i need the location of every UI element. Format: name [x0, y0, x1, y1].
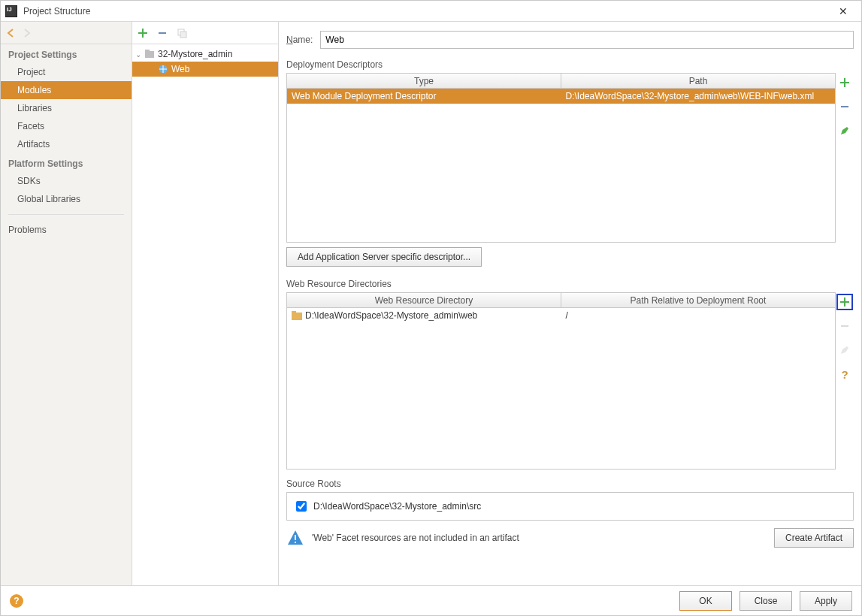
- deployment-descriptors-header: Type Path: [287, 74, 835, 89]
- add-icon[interactable]: [836, 74, 853, 91]
- col-web-resource-dir[interactable]: Web Resource Directory: [287, 293, 561, 307]
- svg-rect-5: [292, 313, 302, 320]
- web-resource-table-wrap: Web Resource Directory Path Relative to …: [286, 292, 854, 470]
- app-icon: [5, 5, 17, 17]
- add-app-server-descriptor-button[interactable]: Add Application Server specific descript…: [286, 247, 482, 267]
- chevron-down-icon[interactable]: ⌄: [134, 50, 143, 59]
- tree-row-web[interactable]: Web: [132, 62, 278, 77]
- svg-rect-8: [295, 542, 296, 543]
- deployment-descriptors-table[interactable]: Type Path Web Module Deployment Descript…: [286, 73, 836, 243]
- source-root-checkbox[interactable]: [296, 501, 307, 512]
- back-icon[interactable]: [5, 27, 17, 39]
- remove-icon[interactable]: [836, 318, 853, 334]
- table-row[interactable]: Web Module Deployment Descriptor D:\Idea…: [287, 89, 835, 104]
- cell-type: Web Module Deployment Descriptor: [287, 89, 561, 104]
- nav-buttons: [1, 22, 132, 44]
- sidebar-item-project[interactable]: Project: [1, 63, 132, 81]
- close-icon[interactable]: ✕: [830, 2, 857, 21]
- copy-icon[interactable]: [176, 27, 188, 39]
- module-tree-panel: ⌄ 32-Mystore_admin Web: [132, 22, 279, 585]
- forward-icon[interactable]: [20, 27, 32, 39]
- svg-rect-2: [145, 51, 154, 58]
- name-label: Name:: [286, 35, 313, 45]
- cell-dir: D:\IdeaWordSpace\32-Mystore_admin\web: [287, 308, 561, 323]
- apply-button[interactable]: Apply: [800, 591, 852, 611]
- warning-row: 'Web' Facet resources are not included i…: [286, 528, 854, 548]
- resource-tools: ?: [836, 292, 854, 470]
- sidebar-item-global-libraries[interactable]: Global Libraries: [1, 190, 132, 208]
- main-panel: Name: Deployment Descriptors Type Path W…: [279, 22, 861, 585]
- window-title: Project Structure: [23, 6, 830, 17]
- warning-icon: [286, 529, 304, 547]
- module-tree[interactable]: ⌄ 32-Mystore_admin Web: [132, 44, 278, 585]
- col-path-relative[interactable]: Path Relative to Deployment Root: [561, 293, 835, 307]
- deployment-descriptors-label: Deployment Descriptors: [286, 59, 854, 70]
- edit-icon[interactable]: [836, 342, 853, 358]
- web-resource-dirs-label: Web Resource Directories: [286, 279, 854, 289]
- descriptors-tools: [836, 73, 854, 243]
- ok-button[interactable]: OK: [679, 591, 732, 611]
- sidebar-item-problems[interactable]: Problems: [1, 221, 132, 239]
- module-icon: [144, 49, 155, 59]
- sidebar-separator: [8, 214, 124, 215]
- folder-icon: [292, 311, 302, 320]
- source-roots-box: D:\IdeaWordSpace\32-Mystore_admin\src: [286, 492, 854, 521]
- close-button[interactable]: Close: [740, 591, 792, 611]
- web-resource-table[interactable]: Web Resource Directory Path Relative to …: [286, 292, 836, 470]
- warning-message: 'Web' Facet resources are not included i…: [312, 533, 767, 543]
- col-type[interactable]: Type: [287, 74, 561, 88]
- titlebar: Project Structure ✕: [1, 1, 861, 22]
- table-row[interactable]: D:\IdeaWordSpace\32-Mystore_admin\web /: [287, 308, 835, 323]
- sidebar-heading-project: Project Settings: [1, 44, 132, 63]
- sidebar-item-libraries[interactable]: Libraries: [1, 99, 132, 117]
- source-root-path: D:\IdeaWordSpace\32-Mystore_admin\src: [313, 501, 481, 512]
- tree-row-root[interactable]: ⌄ 32-Mystore_admin: [132, 47, 278, 62]
- sidebar-item-sdks[interactable]: SDKs: [1, 172, 132, 190]
- svg-rect-1: [180, 32, 186, 38]
- cell-path: D:\IdeaWordSpace\32-Mystore_admin\web\WE…: [561, 89, 836, 104]
- svg-rect-3: [145, 50, 150, 52]
- add-icon[interactable]: [137, 27, 149, 39]
- col-path[interactable]: Path: [561, 74, 835, 88]
- add-icon[interactable]: [836, 294, 853, 310]
- svg-rect-6: [292, 311, 296, 313]
- sidebar-heading-platform: Platform Settings: [1, 153, 132, 172]
- svg-rect-7: [295, 535, 296, 540]
- help-icon[interactable]: ?: [836, 366, 853, 382]
- name-row: Name:: [286, 31, 854, 49]
- remove-icon[interactable]: [836, 98, 853, 115]
- edit-icon[interactable]: [836, 122, 853, 139]
- cell-rel: /: [561, 308, 836, 323]
- help-icon[interactable]: ?: [10, 594, 23, 608]
- source-roots-label: Source Roots: [286, 479, 854, 489]
- tree-root-label: 32-Mystore_admin: [158, 49, 232, 59]
- tree-toolbar: [132, 22, 278, 44]
- tree-child-label: Web: [171, 64, 189, 74]
- sidebar: Project Settings Project Modules Librari…: [1, 22, 132, 585]
- name-input[interactable]: [320, 31, 854, 49]
- web-facet-icon: [158, 64, 168, 74]
- sidebar-item-modules[interactable]: Modules: [1, 81, 132, 99]
- deployment-descriptors-table-wrap: Type Path Web Module Deployment Descript…: [286, 73, 854, 243]
- sidebar-item-facets[interactable]: Facets: [1, 117, 132, 135]
- create-artifact-button[interactable]: Create Artifact: [774, 528, 854, 548]
- web-resource-header: Web Resource Directory Path Relative to …: [287, 293, 835, 308]
- body: Project Settings Project Modules Librari…: [1, 22, 861, 585]
- remove-icon[interactable]: [156, 27, 168, 39]
- bottom-bar: ? OK Close Apply: [1, 585, 861, 615]
- sidebar-item-artifacts[interactable]: Artifacts: [1, 135, 132, 153]
